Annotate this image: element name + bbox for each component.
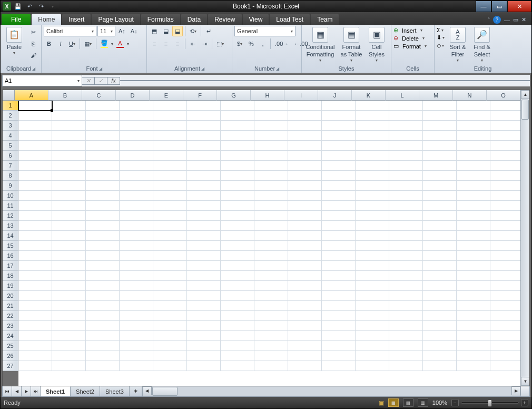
cell[interactable] <box>221 351 254 361</box>
cell[interactable] <box>86 121 120 131</box>
cell[interactable] <box>322 361 356 371</box>
cell[interactable] <box>389 141 423 151</box>
cell[interactable] <box>288 151 322 161</box>
cell[interactable] <box>457 271 490 281</box>
format-painter-icon[interactable]: 🖌 <box>28 50 38 61</box>
cell[interactable] <box>221 101 254 111</box>
cell[interactable] <box>356 141 389 151</box>
cell[interactable] <box>423 201 457 211</box>
tab-data[interactable]: Data <box>181 14 207 25</box>
font-color-button[interactable]: A <box>114 38 126 49</box>
cancel-formula-icon[interactable]: ✕ <box>82 77 95 85</box>
cell[interactable] <box>423 241 457 251</box>
row-header[interactable]: 23 <box>3 321 18 331</box>
row-header[interactable]: 6 <box>3 151 18 161</box>
cell[interactable] <box>389 181 423 191</box>
row-header[interactable]: 16 <box>3 251 18 261</box>
cell[interactable] <box>288 181 322 191</box>
row-header[interactable]: 5 <box>3 141 18 151</box>
cell[interactable] <box>187 311 221 321</box>
cell[interactable] <box>389 161 423 171</box>
sheet-tab-3[interactable]: Sheet3 <box>100 386 130 396</box>
cell[interactable] <box>18 321 52 331</box>
cell[interactable] <box>389 281 423 291</box>
tab-review[interactable]: Review <box>208 14 241 25</box>
column-header[interactable]: H <box>251 90 284 101</box>
cell[interactable] <box>457 361 490 371</box>
cell[interactable] <box>389 101 423 111</box>
cell[interactable] <box>389 331 423 341</box>
cell[interactable] <box>221 151 254 161</box>
align-right-icon[interactable]: ≡ <box>172 38 183 49</box>
cell[interactable] <box>221 261 254 271</box>
cell[interactable] <box>490 291 520 301</box>
cell[interactable] <box>254 291 288 301</box>
cell[interactable] <box>18 241 52 251</box>
cell[interactable] <box>254 231 288 241</box>
cell[interactable] <box>52 121 86 131</box>
cell[interactable] <box>254 311 288 321</box>
cell[interactable] <box>221 181 254 191</box>
cell[interactable] <box>288 191 322 201</box>
name-box[interactable]: A1▾ <box>2 75 82 86</box>
cell[interactable] <box>457 241 490 251</box>
cell[interactable] <box>389 241 423 251</box>
cell[interactable] <box>254 131 288 141</box>
scroll-down-icon[interactable]: ▼ <box>521 377 530 386</box>
cell[interactable] <box>18 251 52 261</box>
cell[interactable] <box>254 341 288 351</box>
maximize-button[interactable]: ▭ <box>491 1 507 12</box>
cell[interactable] <box>423 151 457 161</box>
cell[interactable] <box>356 241 389 251</box>
page-break-view-icon[interactable]: ▥ <box>418 398 428 407</box>
row-header[interactable]: 25 <box>3 341 18 351</box>
cell[interactable] <box>18 291 52 301</box>
cell[interactable] <box>153 121 187 131</box>
cell[interactable] <box>221 121 254 131</box>
cell[interactable] <box>221 201 254 211</box>
cell[interactable] <box>86 281 120 291</box>
cell[interactable] <box>490 201 520 211</box>
cell[interactable] <box>187 241 221 251</box>
cell[interactable] <box>86 301 120 311</box>
tab-load-test[interactable]: Load Test <box>270 14 310 25</box>
merge-center-icon[interactable]: ⬚▾ <box>214 38 226 49</box>
cell[interactable] <box>52 301 86 311</box>
decrease-indent-icon[interactable]: ⇤ <box>188 38 198 49</box>
cell[interactable] <box>356 351 389 361</box>
cell[interactable] <box>356 261 389 271</box>
cell[interactable] <box>490 131 520 141</box>
cell[interactable] <box>490 271 520 281</box>
cell[interactable] <box>86 101 120 111</box>
cell[interactable] <box>457 331 490 341</box>
cell[interactable] <box>187 261 221 271</box>
cell[interactable] <box>18 121 52 131</box>
cell[interactable] <box>389 201 423 211</box>
cell[interactable] <box>52 191 86 201</box>
sheet-tab-1[interactable]: Sheet1 <box>41 386 71 396</box>
column-header[interactable]: O <box>487 90 520 101</box>
cell[interactable] <box>457 181 490 191</box>
close-button[interactable]: ✕ <box>507 1 531 12</box>
cell[interactable] <box>52 361 86 371</box>
row-header[interactable]: 21 <box>3 301 18 311</box>
cell[interactable] <box>18 141 52 151</box>
page-layout-view-icon[interactable]: ▤ <box>403 398 413 407</box>
cell[interactable] <box>187 211 221 221</box>
tab-home[interactable]: Home <box>32 14 61 25</box>
cell[interactable] <box>153 261 187 271</box>
row-header[interactable]: 2 <box>3 111 18 121</box>
cell[interactable] <box>52 321 86 331</box>
row-header[interactable]: 9 <box>3 181 18 191</box>
cell[interactable] <box>52 111 86 121</box>
cell[interactable] <box>457 111 490 121</box>
cell[interactable] <box>153 351 187 361</box>
cell[interactable] <box>153 201 187 211</box>
cell[interactable] <box>52 351 86 361</box>
cell[interactable] <box>221 331 254 341</box>
cell[interactable] <box>423 341 457 351</box>
cell[interactable] <box>120 251 153 261</box>
cell[interactable] <box>356 301 389 311</box>
cell[interactable] <box>153 141 187 151</box>
cell[interactable] <box>389 191 423 201</box>
